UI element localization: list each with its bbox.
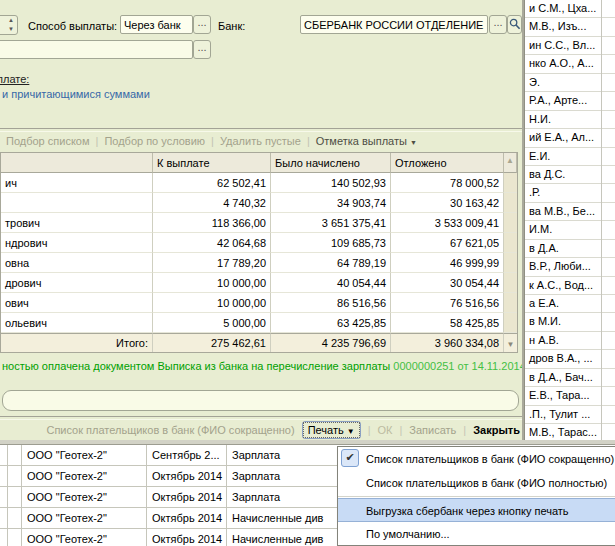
row-marker-cell [7, 529, 22, 546]
section-heading: плате: [0, 73, 29, 85]
deferred-cell: 30 054,44 [391, 273, 504, 293]
payout-table-header[interactable]: К выплате Было начислено Отложено ▲ [1, 153, 517, 173]
bank-search-button[interactable] [507, 15, 522, 34]
divider: | [463, 424, 466, 436]
print-button[interactable]: Печать ▼ [302, 421, 361, 439]
toolbar-link[interactable]: Подбор по условию [104, 135, 205, 147]
employee-name-cell[interactable]: к А.С., Вод... [525, 277, 615, 295]
accrued-cell: 86 516,56 [271, 293, 391, 313]
table-row[interactable]: ндрович42 064,68109 685,7367 621,05 [1, 233, 517, 253]
table-row[interactable]: овна17 789,2064 789,1946 999,99 [1, 253, 517, 273]
employee-name-cell[interactable]: в М.И. [525, 313, 615, 331]
accrued-cell: 64 789,19 [271, 253, 391, 273]
spin-up-icon[interactable]: ▲ [8, 16, 17, 25]
save-button[interactable]: Записать [409, 424, 456, 436]
scrollbar-track[interactable] [504, 273, 517, 293]
close-button[interactable]: Закрыть [473, 424, 520, 436]
status-document-ref[interactable]: 0000000251 от 14.11.2014 [393, 360, 524, 372]
column-header-to-pay[interactable]: К выплате [153, 153, 271, 173]
employee-name-cell[interactable]: и С.М., Цха... [525, 0, 615, 18]
row-margin [0, 508, 7, 528]
employee-name-cell[interactable]: Е.В., Тара... [525, 387, 615, 405]
fill-due-amounts-link[interactable]: и причитающимися суммами [2, 88, 150, 100]
employee-name-cell[interactable]: Н.И. [525, 111, 615, 129]
deferred-cell: 30 163,42 [391, 193, 504, 213]
table-row[interactable]: ольевич5 000,0063 425,8558 425,85 [1, 313, 517, 333]
table-row[interactable]: ович10 000,0086 516,5676 516,56 [1, 293, 517, 313]
scrollbar-track[interactable] [504, 313, 517, 333]
employee-name-cell[interactable]: а Е.А. [525, 295, 615, 313]
comment-field[interactable] [2, 390, 519, 411]
menu-item[interactable]: По умолчанию... [338, 522, 615, 546]
employee-name-cell[interactable]: н А.В. [525, 332, 615, 350]
to-pay-cell: 17 789,20 [153, 253, 271, 273]
payment-method-field[interactable] [120, 15, 193, 34]
payers-list-button[interactable]: Список плательщиков в банк (ФИО сокращен… [46, 424, 294, 436]
divider: | [399, 424, 402, 436]
employee-name-cell[interactable]: .Р. [525, 184, 615, 202]
account-more-button[interactable]: ... [193, 40, 211, 59]
payment-mark-dropdown[interactable]: Отметка выплаты ▼ [316, 135, 417, 147]
employee-name-cell[interactable]: в Д.А. [525, 240, 615, 258]
deferred-cell: 67 621,05 [391, 233, 504, 253]
table-row[interactable]: ич62 502,41140 502,9378 000,52 [1, 173, 517, 193]
menu-item-label: По умолчанию... [366, 528, 450, 540]
employee-cell: ович [1, 293, 153, 313]
table-row[interactable]: дрович10 000,0040 054,4430 054,44 [1, 273, 517, 293]
divider: | [211, 135, 214, 147]
account-field[interactable] [0, 40, 193, 59]
payment-method-more-button[interactable]: ... [193, 15, 211, 34]
dialog-bottom-frame [0, 440, 615, 445]
menu-item[interactable]: Выгрузка сбербанк через кнопку печать [338, 498, 615, 522]
toolbar-link[interactable]: Удалить пустые [220, 135, 301, 147]
menu-item[interactable]: ✔Список плательщиков в банк (ФИО сокраще… [338, 447, 615, 471]
employee-name-cell[interactable]: И.М. [525, 221, 615, 239]
employee-name-cell[interactable]: Е.И. [525, 148, 615, 166]
number-spinner[interactable]: ▲ ▼ [0, 15, 18, 35]
scrollbar-track[interactable] [504, 173, 517, 193]
employee-name-cell[interactable]: .П., Тулит ... [525, 406, 615, 424]
print-dropdown-menu: ✔Список плательщиков в банк (ФИО сокраще… [337, 446, 615, 546]
employee-name-cell[interactable]: Э. [525, 74, 615, 92]
column-header-accrued[interactable]: Было начислено [271, 153, 391, 173]
scrollbar-track[interactable] [504, 233, 517, 253]
column-header-name[interactable] [1, 153, 153, 173]
scrollbar-track[interactable] [504, 293, 517, 313]
payout-table-body: ич62 502,41140 502,9378 000,524 740,3234… [1, 173, 517, 333]
employee-cell [1, 193, 153, 213]
scroll-down-button[interactable]: ▼ [504, 333, 517, 352]
employee-name-cell[interactable]: дров В.А., ... [525, 350, 615, 368]
employee-name-cell[interactable]: М.В., Изъ... [525, 18, 615, 36]
scroll-up-button[interactable]: ▲ [504, 153, 517, 173]
employee-name-cell[interactable]: нко А.О., А... [525, 55, 615, 73]
scrollbar-track[interactable] [504, 193, 517, 213]
table-row[interactable]: 4 740,3234 903,7430 163,42 [1, 193, 517, 213]
menu-item-label: Выгрузка сбербанк через кнопку печать [366, 505, 569, 517]
menu-item-label: Список плательщиков в банк (ФИО полность… [366, 477, 607, 489]
employee-name-cell[interactable]: В.Р., Люби... [525, 258, 615, 276]
scrollbar-track[interactable] [504, 213, 517, 233]
deferred-cell: 3 533 009,41 [391, 213, 504, 233]
employee-name-cell[interactable]: ин С.С., Вл... [525, 37, 615, 55]
employee-cell: ич [1, 173, 153, 193]
row-margin [0, 487, 7, 507]
employee-name-cell[interactable]: в Д.А., Бач... [525, 369, 615, 387]
divider: | [96, 135, 99, 147]
ok-button[interactable]: ОК [378, 424, 393, 436]
scrollbar-track[interactable] [504, 253, 517, 273]
employee-name-cell[interactable]: ий Е.А., Ал... [525, 129, 615, 147]
employee-name-cell[interactable]: ва М.В., Бе... [525, 203, 615, 221]
employee-name-cell[interactable]: ва Д.С. [525, 166, 615, 184]
bank-field[interactable] [300, 15, 488, 34]
bank-more-button[interactable]: ... [489, 15, 507, 34]
total-label: Итого: [1, 333, 153, 352]
toolbar-link[interactable]: Подбор списком [6, 135, 90, 147]
payout-table: К выплате Было начислено Отложено ▲ ич62… [0, 152, 518, 353]
accrued-cell: 34 903,74 [271, 193, 391, 213]
employee-name-cell[interactable]: Р.А., Арте... [525, 92, 615, 110]
column-header-deferred[interactable]: Отложено [391, 153, 504, 173]
spin-down-icon[interactable]: ▼ [8, 25, 17, 34]
table-row[interactable]: трович118 366,003 651 375,413 533 009,41 [1, 213, 517, 233]
employee-cell: ндрович [1, 233, 153, 253]
menu-item[interactable]: Список плательщиков в банк (ФИО полность… [338, 471, 615, 495]
